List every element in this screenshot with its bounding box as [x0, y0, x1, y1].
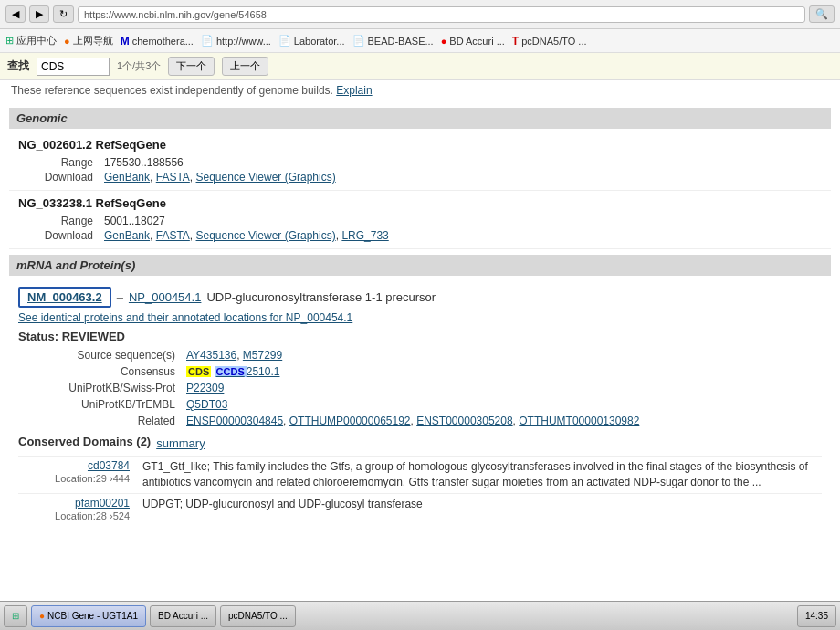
seqviewer-link-1[interactable]: Sequence Viewer (Graphics) [196, 171, 336, 184]
conserved-table: cd03784 Location:29 ›444 GT1_Gtf_like; T… [18, 456, 822, 525]
search-button[interactable]: 🔍 [809, 5, 835, 23]
domain-id-cell-1: cd03784 Location:29 ›444 [18, 457, 137, 494]
cd03784-link[interactable]: cd03784 [88, 459, 130, 472]
enst-link[interactable]: ENST00000305208 [416, 415, 512, 427]
bookmark-apps-label: 应用中心 [16, 34, 57, 47]
taskbar: ⊞ ● NCBI Gene - UGT1A1 BD Accuri ... pcD… [0, 601, 840, 630]
refseq-table-2: Range 5001..18027 Download GenBank, FAST… [18, 214, 822, 243]
bookmark-pcdna-label: pcDNA5/TO ... [521, 36, 586, 47]
download-links-2: GenBank, FASTA, Sequence Viewer (Graphic… [100, 228, 822, 243]
range-label-2: Range [18, 214, 100, 228]
mrna-id-link[interactable]: NM_000463.2 [27, 290, 102, 304]
bookmark-lab-label: Laborator... [294, 36, 345, 47]
taskbar-btn-3[interactable]: pcDNA5/TO ... [220, 605, 296, 627]
domain-row-2: pfam00201 Location:28 ›524 UDPGT; UDP-gl… [18, 493, 822, 525]
bookmark-webnav[interactable]: ● 上网导航 [64, 34, 113, 47]
conserved-summary-link[interactable]: summary [156, 436, 205, 450]
range-row-1: Range 175530..188556 [18, 155, 822, 170]
domain-desc-1: GT1_Gtf_like; This family includes the G… [142, 460, 808, 488]
domain-id-cell-2: pfam00201 Location:28 ›524 [18, 493, 137, 525]
trembl-values: Q5DT03 [183, 396, 822, 413]
refseq-title-2: NG_033238.1 RefSeqGene [18, 196, 822, 210]
bookmarks-bar: ⊞ 应用中心 ● 上网导航 M chemothera... 📄 http://w… [0, 29, 840, 53]
fasta-link-1[interactable]: FASTA [156, 171, 190, 184]
back-button[interactable]: ◀ [5, 5, 26, 23]
refseq-entry-2: NG_033238.1 RefSeqGene Range 5001..18027… [9, 191, 831, 249]
t-icon: T [512, 35, 519, 47]
mrna-id-box: NM_000463.2 [18, 287, 111, 308]
info-table: Source sequence(s) AY435136, M57299 Cons… [18, 347, 822, 429]
taskbar-browser-icon: ● [39, 611, 45, 621]
explain-link[interactable]: Explain [336, 84, 372, 97]
q5dt03-link[interactable]: Q5DT03 [186, 398, 227, 411]
browser-toolbar: ◀ ▶ ↻ https://www.ncbi.nlm.nih.gov/gene/… [0, 0, 840, 29]
find-input[interactable] [37, 58, 110, 76]
download-links-1: GenBank, FASTA, Sequence Viewer (Graphic… [100, 170, 822, 184]
bookmark-chemo-label: chemothera... [132, 36, 194, 47]
bookmark-pcdna[interactable]: T pcDNA5/TO ... [512, 35, 587, 47]
taskbar-btn-1[interactable]: ⊞ [4, 605, 27, 627]
genbank-link-1[interactable]: GenBank [104, 171, 150, 184]
p22309-link[interactable]: P22309 [186, 382, 224, 394]
ccds-highlight: CCDS [215, 366, 247, 377]
forward-button[interactable]: ▶ [29, 5, 49, 23]
domain-desc-cell-2: UDPGT; UDP-glucuronosyl and UDP-glucosyl… [137, 493, 822, 525]
ensp-link[interactable]: ENSP00000304845 [186, 415, 283, 427]
find-prev-button[interactable]: 上一个 [222, 57, 268, 76]
lrg-link[interactable]: LRG_733 [341, 229, 388, 242]
ay435136-link[interactable]: AY435136 [186, 349, 236, 362]
source-label: Source sequence(s) [18, 347, 183, 363]
refresh-button[interactable]: ↻ [53, 5, 74, 23]
download-row-2: Download GenBank, FASTA, Sequence Viewer… [18, 228, 822, 243]
domain-desc-2: UDPGT; UDP-glucuronosyl and UDP-glucosyl… [142, 498, 423, 510]
notice-text: These reference sequences exist independ… [9, 80, 831, 102]
mrna-section-header: mRNA and Protein(s) [9, 255, 831, 276]
pfam00201-link[interactable]: pfam00201 [75, 497, 130, 509]
trembl-label: UniProtKB/TrEMBL [18, 396, 183, 413]
m57299-link[interactable]: M57299 [243, 349, 282, 362]
bookmark-bd[interactable]: ● BD Accuri ... [441, 36, 505, 47]
address-bar[interactable]: https://www.ncbi.nlm.nih.gov/gene/54658 [78, 6, 805, 23]
genomic-section-header: Genomic [9, 108, 831, 129]
genbank-link-2[interactable]: GenBank [104, 229, 150, 242]
bookmark-bead[interactable]: 📄 BEAD-BASE... [352, 35, 434, 47]
bookmark-http-label: http://www... [216, 36, 271, 47]
source-values: AY435136, M57299 [183, 347, 822, 363]
taskbar-clock: 14:35 [797, 605, 836, 627]
fasta-link-2[interactable]: FASTA [156, 229, 190, 242]
range-row-2: Range 5001..18027 [18, 214, 822, 228]
bookmark-bead-label: BEAD-BASE... [368, 36, 434, 47]
range-value-2: 5001..18027 [100, 214, 822, 228]
find-count: 1个/共3个 [117, 59, 161, 73]
taskbar-btn-2[interactable]: BD Accuri ... [150, 605, 216, 627]
bookmark-http[interactable]: 📄 http://www... [201, 35, 271, 47]
range-value-1: 175530..188556 [100, 155, 822, 170]
related-row: Related ENSP00000304845, OTTHUMP00000065… [18, 413, 822, 429]
download-row-1: Download GenBank, FASTA, Sequence Viewer… [18, 170, 822, 184]
domain-row-1: cd03784 Location:29 ›444 GT1_Gtf_like; T… [18, 457, 822, 494]
otthumt-link-2[interactable]: OTTHUMT00000130982 [519, 415, 639, 427]
page-icon-1: 📄 [201, 35, 214, 47]
protein-desc: UDP-glucuronosyltransferase 1-1 precurso… [206, 290, 436, 304]
find-next-button[interactable]: 下一个 [168, 57, 215, 76]
bookmark-chemo[interactable]: M chemothera... [121, 35, 194, 47]
ccds-link[interactable]: CCDS2510.1 [215, 365, 280, 378]
taskbar-label-3: pcDNA5/TO ... [228, 611, 288, 621]
protein-id-link[interactable]: NP_000454.1 [129, 290, 202, 304]
swissprot-values: P22309 [183, 380, 822, 396]
status-section: Status: REVIEWED Source sequence(s) AY43… [18, 330, 822, 429]
conserved-header: Conserved Domains (2) [18, 435, 151, 448]
swissprot-label: UniProtKB/Swiss-Prot [18, 380, 183, 396]
seqviewer-link-2[interactable]: Sequence Viewer (Graphics) [196, 229, 336, 242]
taskbar-btn-browser[interactable]: ● NCBI Gene - UGT1A1 [31, 605, 146, 627]
bd-icon: ● [441, 36, 447, 47]
clock-label: 14:35 [805, 611, 828, 621]
find-label: 查找 [7, 58, 29, 74]
domain-desc-cell-1: GT1_Gtf_like; This family includes the G… [137, 457, 822, 494]
otthumt-link-1[interactable]: OTTHUMP00000065192 [289, 415, 411, 427]
refseq-title-1: NG_002601.2 RefSeqGene [18, 138, 822, 152]
cds-highlight: CDS [186, 366, 211, 377]
bookmark-apps[interactable]: ⊞ 应用中心 [5, 34, 57, 47]
bookmark-lab[interactable]: 📄 Laborator... [278, 35, 345, 47]
see-identical-link[interactable]: See identical proteins and their annotat… [18, 311, 822, 324]
